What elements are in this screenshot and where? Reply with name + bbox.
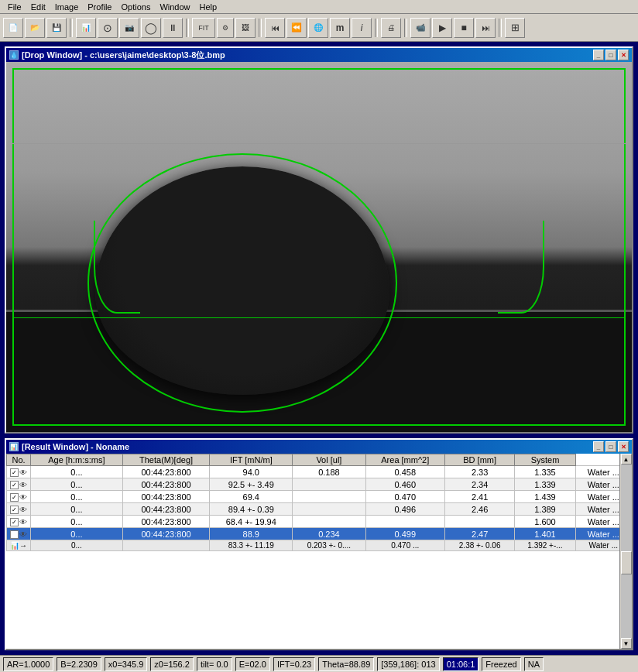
row-checkbox[interactable]: ✓	[10, 506, 19, 514]
status-e: E=02.0	[235, 657, 270, 671]
toolbar-sep1	[70, 19, 73, 37]
toolbar-fit-btn[interactable]: FIT	[192, 18, 215, 38]
scrollbar-up-btn[interactable]: ▲	[621, 454, 632, 465]
row-checkbox-cell[interactable]: ✓ 👁	[7, 491, 31, 503]
toolbar-ellipse-btn[interactable]: ◯	[141, 18, 161, 38]
row-checkbox-cell[interactable]: ✓ 👁	[7, 478, 31, 491]
table-row[interactable]: ✓ 👁 0... 00:44:23:800 94.0 0.188 0.458 2…	[7, 466, 632, 478]
result-scrollbar[interactable]: ▲ ▼	[619, 454, 632, 649]
row-stats-area: 2.38 +- 0.06	[444, 540, 514, 551]
toolbar-rewind-btn[interactable]: ⏪	[286, 18, 307, 38]
menu-edit[interactable]: Edit	[26, 2, 50, 12]
drop-window-close[interactable]: ✕	[618, 50, 629, 60]
row-checkbox[interactable]: ✓	[10, 530, 19, 539]
toolbar-measure-btn[interactable]: m	[330, 18, 350, 38]
toolbar-globe-btn[interactable]: 🌐	[308, 18, 328, 38]
toolbar-grid-btn[interactable]: ⊞	[505, 18, 525, 38]
table-row[interactable]: ✓ 👁 0... 00:44:23:800 89.4 +- 0.39 0.496…	[7, 503, 632, 516]
status-z0: z0=156.2	[150, 657, 194, 671]
toolbar-image-btn[interactable]: 🖼	[235, 18, 256, 38]
table-row[interactable]: 📊→ 0... 83.3 +- 11.19 0.203 +- 0.... 0.4…	[7, 540, 632, 551]
toolbar-stop-btn[interactable]: ■	[454, 18, 474, 38]
row-no: 0...	[31, 503, 123, 516]
toolbar-play-btn[interactable]: ▶	[432, 18, 452, 38]
row-eye-icon[interactable]: 👁	[19, 468, 27, 477]
col-bd: BD [mm]	[444, 454, 514, 466]
toolbar-sep2	[186, 19, 189, 37]
toolbar-circle-btn[interactable]: ⊙	[98, 18, 118, 38]
row-checkbox-cell[interactable]: ✓ 👁	[7, 516, 31, 528]
toolbar-tool-btn[interactable]: ⚙	[217, 18, 234, 38]
row-eye-icon[interactable]: 👁	[19, 481, 27, 489]
col-ift: IFT [mN/m]	[210, 454, 293, 466]
toolbar-print-btn[interactable]: 🖨	[381, 18, 401, 38]
toolbar-pause-btn[interactable]: ⏸	[163, 18, 183, 38]
scrollbar-track[interactable]	[621, 465, 632, 638]
table-row[interactable]: ✓ 👁 0... 00:44:23:800 69.4 0.470 2.41 1.…	[7, 491, 632, 503]
row-checkbox-cell[interactable]: ✓ 👁	[7, 528, 31, 540]
toolbar-camera-btn[interactable]: 📷	[119, 18, 139, 38]
toolbar-skipback-btn[interactable]: ⏮	[265, 18, 285, 38]
menu-image[interactable]: Image	[50, 2, 84, 12]
row-eye-icon[interactable]: 👁	[19, 506, 27, 514]
row-checkbox[interactable]: ✓	[10, 518, 19, 526]
menu-profile[interactable]: Profile	[83, 2, 116, 12]
row-eye-icon[interactable]: 👁	[19, 493, 27, 502]
scrollbar-down-btn[interactable]: ▼	[621, 638, 632, 649]
result-window-controls: _ □ ✕	[593, 441, 629, 452]
result-window-maximize[interactable]: □	[605, 441, 616, 452]
row-eye-icon[interactable]: 👁	[19, 530, 27, 539]
row-vol: 0.458	[365, 466, 444, 478]
toolbar: 📄 📂 💾 📊 ⊙ 📷 ◯ ⏸ FIT ⚙ 🖼 ⏮ ⏪ 🌐 m i 🖨 📹 ▶ …	[0, 14, 638, 42]
drop-window-minimize[interactable]: _	[593, 50, 604, 60]
table-row[interactable]: ✓ 👁 0... 00:44:23:800 92.5 +- 3.49 0.460…	[7, 478, 632, 491]
drop-baseline-hline	[12, 317, 626, 318]
row-theta: 89.4 +- 0.39	[210, 503, 293, 516]
row-checkbox-cell[interactable]: ✓ 👁	[7, 466, 31, 478]
status-ift: IFT=0.23	[273, 657, 315, 671]
status-coords: [359,186]: 013	[377, 657, 439, 671]
menu-window[interactable]: Window	[155, 2, 194, 12]
row-age: 00:44:23:800	[122, 491, 210, 503]
drop-window-maximize[interactable]: □	[605, 50, 616, 60]
row-age: 00:44:23:800	[122, 478, 210, 491]
row-checkbox[interactable]: ✓	[10, 493, 19, 502]
toolbar-save-btn[interactable]: 💾	[46, 18, 67, 38]
row-bd: 1.389	[515, 503, 575, 516]
status-ar: AR=1.0000	[3, 657, 53, 671]
row-area: 2.46	[444, 503, 514, 516]
row-stats-bd: 1.392 +-...	[515, 540, 575, 551]
result-window-titlebar: 📊 [Result Window] - Noname _ □ ✕	[6, 440, 632, 454]
toolbar-info-btn[interactable]: i	[352, 18, 372, 38]
row-area: 2.47	[444, 528, 514, 540]
menu-file[interactable]: File	[3, 2, 26, 12]
scrollbar-thumb[interactable]	[621, 551, 632, 574]
drop-top-hline	[12, 143, 626, 144]
toolbar-video-btn[interactable]: 📹	[410, 18, 430, 38]
row-checkbox-cell[interactable]: ✓ 👁	[7, 503, 31, 516]
row-checkbox[interactable]: ✓	[10, 481, 19, 489]
result-window: 📊 [Result Window] - Noname _ □ ✕ No. Age…	[5, 438, 633, 650]
drop-window-icon: 💧	[9, 50, 19, 60]
toolbar-sep6	[499, 19, 502, 37]
toolbar-chart-btn[interactable]: 📊	[76, 18, 96, 38]
row-stats-ift: 0.203 +- 0....	[293, 540, 365, 551]
result-window-minimize[interactable]: _	[593, 441, 604, 452]
table-row[interactable]: ✓ 👁 0... 00:44:23:800 88.9 0.234 0.499 2…	[7, 528, 632, 540]
table-row[interactable]: ✓ 👁 0... 00:44:23:800 68.4 +- 19.94 1.60…	[7, 516, 632, 528]
row-ift	[293, 478, 365, 491]
toolbar-open-btn[interactable]: 📂	[25, 18, 45, 38]
menu-options[interactable]: Options	[116, 2, 155, 12]
toolbar-new-btn[interactable]: 📄	[3, 18, 23, 38]
result-window-close[interactable]: ✕	[618, 441, 629, 452]
row-eye-icon[interactable]: 👁	[19, 518, 27, 526]
toolbar-forward-btn[interactable]: ⏭	[475, 18, 496, 38]
col-vol: Vol [ul]	[293, 454, 365, 466]
result-table-body: ✓ 👁 0... 00:44:23:800 94.0 0.188 0.458 2…	[7, 466, 632, 551]
result-window-icon: 📊	[9, 442, 19, 451]
drop-window: 💧 [Drop Window] - c:\users\jaime\desktop…	[5, 46, 633, 434]
row-theta: 94.0	[210, 466, 293, 478]
row-checkbox[interactable]: ✓	[10, 468, 19, 477]
menu-help[interactable]: Help	[195, 2, 222, 12]
row-stats-age	[122, 540, 210, 551]
